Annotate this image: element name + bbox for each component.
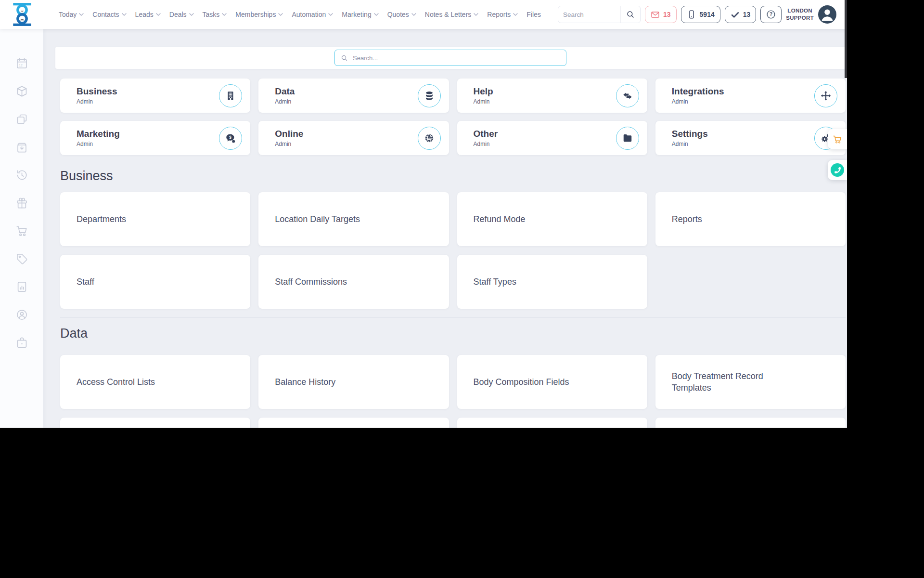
item-card-access-control-lists[interactable]: Access Control Lists [60, 355, 250, 409]
tasks-badge[interactable]: 13 [725, 6, 757, 23]
item-card-partial[interactable] [60, 418, 250, 428]
item-card-location-daily-targets[interactable]: Location Daily Targets [258, 192, 449, 246]
chevron-down-icon [222, 13, 227, 16]
nav-item-tasks[interactable]: Tasks [203, 11, 227, 18]
nav-item-automation[interactable]: Automation [292, 11, 333, 18]
navbar-search-input[interactable] [558, 11, 620, 18]
item-card-balance-history[interactable]: Balance History [258, 355, 449, 409]
floating-phone-button[interactable] [828, 160, 847, 180]
avatar[interactable] [818, 5, 836, 24]
category-grid: Business Admin Data Admin Help Admin [60, 79, 846, 155]
nav-item-deals[interactable]: Deals [169, 11, 194, 18]
phone-badge[interactable]: 5914 [681, 6, 720, 23]
floating-cart-button[interactable] [828, 129, 847, 149]
help-question-icon: ? [766, 9, 776, 20]
category-card-marketing[interactable]: Marketing Admin $ [60, 121, 250, 155]
category-card-data[interactable]: Data Admin [258, 79, 449, 113]
calendar-icon: 12 [15, 57, 28, 70]
chevron-down-icon [374, 13, 379, 16]
section-divider [60, 317, 846, 318]
item-card-partial[interactable] [655, 418, 846, 428]
briefcase-icon [15, 336, 28, 349]
gift-icon [15, 197, 28, 210]
category-card-other[interactable]: Other Admin [457, 121, 647, 155]
search-button[interactable] [620, 6, 640, 23]
data-grid: Access Control Lists Balance History Bod… [60, 355, 846, 428]
sidebar-item-orders[interactable] [15, 141, 28, 154]
nav-item-leads[interactable]: Leads [135, 11, 161, 18]
chevron-down-icon [122, 13, 127, 16]
nav-item-memberships[interactable]: Memberships [235, 11, 283, 18]
sidebar-item-duplicates[interactable] [15, 113, 28, 126]
nav-item-marketing[interactable]: Marketing [342, 11, 378, 18]
sidebar-item-shop[interactable] [15, 224, 28, 237]
chevron-down-icon [189, 13, 194, 16]
sidebar-item-account[interactable] [15, 308, 28, 321]
sidebar-item-loyalty[interactable] [15, 197, 28, 210]
item-card-body-composition-fields[interactable]: Body Composition Fields [457, 355, 647, 409]
category-card-online[interactable]: Online Admin [258, 121, 449, 155]
scrollbar-thumb[interactable] [845, 0, 847, 78]
sidebar-item-reports[interactable] [15, 280, 28, 293]
item-card-departments[interactable]: Departments [60, 192, 250, 246]
nav-item-notes-letters[interactable]: Notes & Letters [425, 11, 479, 18]
globe-icon [418, 127, 441, 150]
main-content: Business Admin Data Admin Help Admin [43, 29, 847, 428]
nav-item-contacts[interactable]: Contacts [92, 11, 126, 18]
item-card-refund-mode[interactable]: Refund Mode [457, 192, 647, 246]
chevron-down-icon [513, 13, 518, 16]
mobile-phone-icon [687, 10, 696, 19]
search-icon [341, 54, 348, 62]
phone-circle [831, 163, 844, 177]
main-menu: Today Contacts Leads Deals Tasks Members… [59, 0, 541, 29]
item-card-reports[interactable]: Reports [655, 192, 846, 246]
messages-badge[interactable]: 13 [645, 6, 677, 23]
section-title-data: Data [60, 326, 847, 341]
user-icon [818, 5, 836, 24]
item-card-partial[interactable] [457, 418, 647, 428]
app-logo-hourglass-icon[interactable] [10, 2, 35, 27]
nav-item-quotes[interactable]: Quotes [387, 11, 416, 18]
top-navbar: Today Contacts Leads Deals Tasks Members… [0, 0, 847, 29]
chevron-down-icon [328, 13, 333, 16]
sidebar-item-lockbox[interactable] [15, 336, 28, 349]
chevron-down-icon [79, 13, 84, 16]
category-card-integrations[interactable]: Integrations Admin [655, 79, 846, 113]
svg-text:?: ? [770, 12, 772, 17]
nav-item-today[interactable]: Today [59, 11, 84, 18]
sidebar-item-calendar[interactable]: 12 [15, 57, 28, 70]
cart-icon [832, 134, 843, 144]
grid-empty-cell [655, 255, 846, 309]
phone-icon [834, 167, 841, 173]
checkmark-icon [731, 10, 740, 19]
section-title-business: Business [60, 169, 847, 184]
business-grid: Departments Location Daily Targets Refun… [60, 192, 846, 309]
category-card-settings[interactable]: Settings Admin [655, 121, 846, 155]
move-arrows-icon [814, 84, 837, 107]
nav-item-reports[interactable]: Reports [487, 11, 518, 18]
svg-text:12: 12 [19, 64, 23, 67]
app-window: Today Contacts Leads Deals Tasks Members… [0, 0, 847, 428]
category-card-help[interactable]: Help Admin [457, 79, 647, 113]
item-card-body-treatment-record-templates[interactable]: Body Treatment Record Templates [655, 355, 846, 409]
sidebar-item-history[interactable] [15, 169, 28, 182]
chevron-down-icon [411, 13, 416, 16]
item-card-staff-commissions[interactable]: Staff Commissions [258, 255, 449, 309]
nav-item-files[interactable]: Files [526, 11, 541, 18]
admin-search-input[interactable] [352, 54, 560, 62]
admin-search [334, 50, 566, 66]
item-card-staff-types[interactable]: Staff Types [457, 255, 647, 309]
sidebar-item-pricing[interactable] [15, 252, 28, 265]
chevron-down-icon [278, 13, 283, 16]
folder-icon [616, 127, 639, 150]
left-sidebar: 12 [0, 29, 43, 428]
envelope-icon [651, 10, 660, 19]
admin-search-panel [55, 47, 846, 69]
sidebar-item-products[interactable] [15, 85, 28, 98]
navbar-right-controls: 13 5914 13 ? LONDON SUPPORT [558, 0, 836, 29]
item-card-partial[interactable] [258, 418, 449, 428]
navbar-search [558, 6, 641, 23]
category-card-business[interactable]: Business Admin [60, 79, 250, 113]
item-card-staff[interactable]: Staff [60, 255, 250, 309]
help-badge[interactable]: ? [760, 6, 782, 23]
